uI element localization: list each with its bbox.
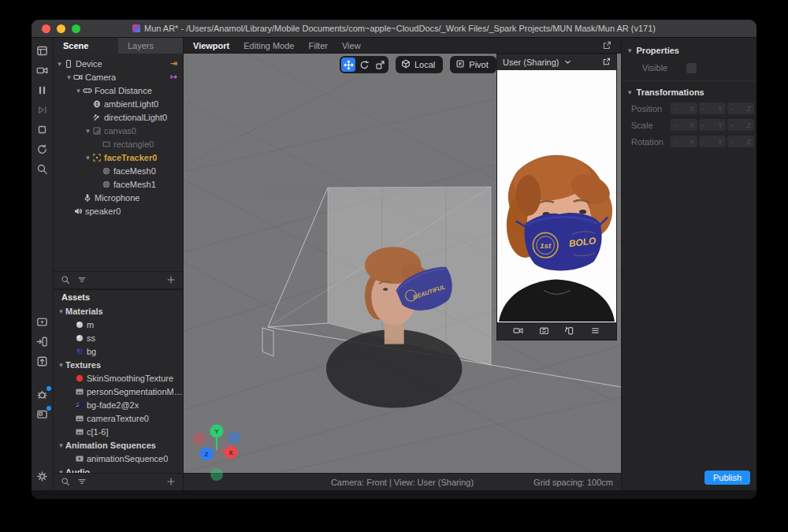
scene-tree-item-camera[interactable]: ▾Camera↦: [54, 70, 183, 84]
asset-item[interactable]: bg-fade2@2x: [54, 398, 183, 411]
caret-icon[interactable]: ▾: [84, 154, 92, 162]
position-z-input[interactable]: -Z: [727, 102, 754, 114]
caret-icon[interactable]: ▾: [65, 73, 73, 81]
scene-tree-item-face-tracker-0[interactable]: ▾faceTracker0: [54, 151, 183, 164]
scene-tree-item-rectangle-0[interactable]: rectangle0: [54, 137, 183, 151]
asset-group-animation-sequences[interactable]: ▾Animation Sequences: [54, 438, 183, 452]
asset-item[interactable]: c[1-6]: [54, 425, 183, 438]
add-object-button[interactable]: [166, 275, 176, 286]
rotate-tool-button[interactable]: [357, 58, 371, 72]
simulator-view-selector[interactable]: User (Sharing): [503, 58, 559, 67]
chevron-down-icon[interactable]: [563, 58, 572, 68]
scale-z-input[interactable]: -Z: [727, 119, 754, 131]
rotate-device-icon[interactable]: [564, 326, 574, 337]
asset-item[interactable]: personSegmentationMaskTe…: [54, 385, 183, 398]
search-icon[interactable]: [61, 477, 70, 488]
close-window-button[interactable]: [42, 24, 50, 33]
asset-item[interactable]: SkinSmoothingTexture: [54, 371, 183, 385]
popout-simulator-icon[interactable]: [602, 58, 611, 68]
local-label: Local: [414, 60, 435, 69]
tree-item-label: rectangle0: [113, 140, 154, 149]
transform-row-label: Rotation: [631, 137, 671, 147]
tab-layers[interactable]: Layers: [118, 38, 183, 54]
caret-icon[interactable]: ▾: [57, 307, 65, 315]
menu-filter[interactable]: Filter: [308, 41, 327, 50]
scene-tree-item-face-mesh-1[interactable]: faceMesh1: [54, 177, 183, 191]
properties-section-header[interactable]: ▾ Properties: [622, 43, 756, 58]
rotation-y-input[interactable]: -Y: [699, 136, 726, 147]
scene-tree-item-speaker-0[interactable]: speaker0: [54, 204, 183, 218]
tree-item-label: speaker0: [85, 206, 121, 216]
scene-tree-item-microphone[interactable]: Microphone: [54, 191, 183, 204]
scale-y-input[interactable]: -Y: [699, 119, 726, 131]
asset-group-textures[interactable]: ▾Textures: [54, 358, 183, 371]
camera-toggle-icon[interactable]: [513, 326, 523, 337]
test-on-device-icon[interactable]: [36, 388, 49, 400]
minimize-window-button[interactable]: [57, 24, 65, 33]
search-icon[interactable]: [61, 275, 70, 286]
scene-tree-item-directional-light-0[interactable]: directionalLight0: [54, 110, 183, 124]
asset-item[interactable]: cameraTexture0: [54, 411, 183, 425]
simulator-camera-icon[interactable]: [36, 64, 49, 76]
flip-camera-icon[interactable]: [539, 326, 549, 337]
simulator-header: User (Sharing): [497, 54, 616, 70]
filter-icon[interactable]: [77, 275, 87, 286]
local-space-button[interactable]: Local: [397, 58, 441, 71]
transformations-section-header[interactable]: ▾ Transformations: [622, 84, 756, 100]
asset-group-materials[interactable]: ▾Materials: [54, 304, 183, 318]
zoom-window-button[interactable]: [72, 24, 80, 33]
step-forward-icon[interactable]: [36, 103, 49, 116]
add-asset-button[interactable]: [166, 477, 176, 488]
simulator-menu-icon[interactable]: [590, 326, 600, 337]
caret-icon[interactable]: ▾: [57, 441, 65, 449]
position-y-input[interactable]: -Y: [699, 102, 726, 114]
device-preview-icon[interactable]: [36, 407, 49, 420]
restart-icon[interactable]: [36, 143, 49, 155]
simulator-video[interactable]: 1st BOLO: [497, 70, 616, 322]
asset-item[interactable]: animationSequence0: [54, 452, 183, 465]
axis-y-label: Y: [214, 428, 219, 435]
asset-item[interactable]: bg: [54, 344, 183, 358]
scene-tree: ▾Device⇥▾Camera↦▾Focal DistanceambientLi…: [54, 54, 183, 271]
pause-icon[interactable]: [36, 84, 49, 96]
settings-icon[interactable]: [36, 470, 49, 482]
workspace-panels-icon[interactable]: [36, 44, 49, 57]
scene-tree-item-device[interactable]: ▾Device⇥: [54, 57, 183, 70]
menu-viewport[interactable]: Viewport: [193, 41, 229, 50]
asset-item[interactable]: m: [54, 318, 183, 331]
caret-icon[interactable]: ▾: [57, 361, 65, 369]
focal-distance-icon: [83, 86, 95, 95]
popout-viewport-icon[interactable]: [602, 41, 611, 50]
scale-tool-button[interactable]: [373, 58, 387, 72]
tab-scene[interactable]: Scene: [54, 38, 118, 54]
filter-icon[interactable]: [77, 477, 87, 488]
stop-icon[interactable]: [36, 123, 49, 136]
asset-library-icon[interactable]: [36, 315, 49, 328]
pivot-button[interactable]: Pivot: [452, 58, 494, 71]
asset-item[interactable]: ss: [54, 331, 183, 344]
position-x-input[interactable]: -X: [671, 102, 697, 114]
axis-gizmo[interactable]: Y Z X: [184, 411, 270, 490]
scene-tree-item-focal-distance[interactable]: ▾Focal Distance: [54, 84, 183, 97]
scene-tree-item-canvas-0[interactable]: ▾canvas0: [54, 124, 183, 137]
zoom-icon[interactable]: [36, 162, 49, 175]
export-icon[interactable]: [36, 355, 49, 367]
scene-tree-item-face-mesh-0[interactable]: faceMesh0: [54, 164, 183, 177]
import-icon[interactable]: [36, 335, 49, 348]
assets-search-bar: [54, 473, 183, 490]
menu-view[interactable]: View: [342, 41, 361, 50]
caret-icon[interactable]: ▾: [74, 87, 83, 95]
caret-icon[interactable]: ▾: [84, 127, 92, 135]
rotation-x-input[interactable]: -X: [671, 136, 697, 147]
directional-light-0-icon: [92, 113, 104, 122]
scene-tree-item-ambient-light-0[interactable]: ambientLight0: [54, 97, 183, 110]
menu-editing-mode[interactable]: Editing Mode: [243, 41, 294, 50]
viewport-canvas[interactable]: BEAUTIFUL Y: [184, 54, 621, 490]
visible-checkbox[interactable]: [686, 63, 697, 73]
asset-group-audio[interactable]: ▾Audio: [54, 465, 183, 473]
publish-button[interactable]: Publish: [704, 471, 750, 485]
rotation-z-input[interactable]: -Z: [727, 136, 754, 147]
move-tool-button[interactable]: [341, 58, 355, 72]
scale-x-input[interactable]: -X: [671, 119, 697, 131]
caret-icon[interactable]: ▾: [55, 60, 64, 68]
